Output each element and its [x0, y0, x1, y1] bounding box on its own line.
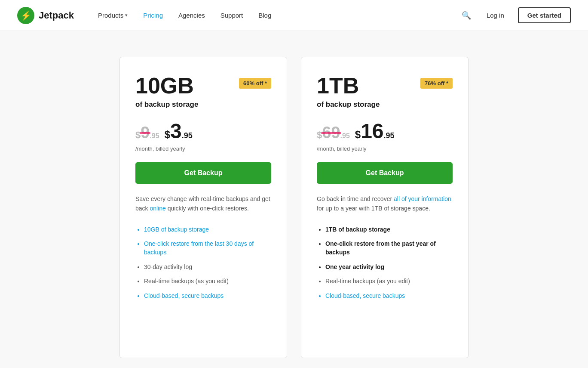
nav-support[interactable]: Support	[214, 8, 250, 22]
feature-item: One-click restore from the past year of …	[325, 240, 453, 257]
billing-note-10gb: /month, billed yearly	[135, 145, 271, 152]
feature-item: Cloud-based, secure backups	[325, 292, 453, 300]
feature-item: 1TB of backup storage	[325, 226, 453, 234]
price-row-1tb: $ 69 .95 $16.95	[317, 119, 453, 143]
chevron-down-icon: ▾	[125, 12, 128, 18]
storage-label-10gb: of backup storage	[135, 100, 271, 109]
logo-icon: ⚡	[17, 7, 34, 24]
login-link[interactable]: Log in	[481, 9, 509, 22]
feature-item: One year activity log	[325, 263, 453, 272]
nav-pricing[interactable]: Pricing	[136, 8, 170, 22]
card-description-1tb: Go back in time and recover all of your …	[317, 194, 453, 213]
discount-badge-10gb: 60% off *	[239, 78, 271, 89]
logo-name: Jetpack	[39, 10, 74, 21]
feature-item: 30-day activity log	[144, 263, 271, 272]
feature-item: Real-time backups (as you edit)	[325, 277, 453, 286]
card-header-10gb: 10GB 60% off *	[135, 74, 271, 97]
features-list-10gb: 10GB of backup storage One-click restore…	[135, 226, 271, 300]
new-price-1tb: $16.95	[355, 119, 395, 143]
storage-size-10gb: 10GB	[135, 74, 194, 97]
main-content: 10GB 60% off * of backup storage $ 9 .95…	[0, 31, 588, 368]
get-backup-button-10gb[interactable]: Get Backup	[135, 162, 271, 184]
old-price-10gb: $ 9 .95	[135, 124, 159, 142]
pricing-card-10gb: 10GB 60% off * of backup storage $ 9 .95…	[119, 57, 287, 358]
nav-links: Products ▾ Pricing Agencies Support Blog	[91, 8, 460, 22]
billing-note-1tb: /month, billed yearly	[317, 145, 453, 152]
price-row-10gb: $ 9 .95 $3.95	[135, 119, 271, 143]
nav-products[interactable]: Products ▾	[91, 8, 135, 22]
discount-badge-1tb: 76% off *	[420, 78, 453, 89]
features-list-1tb: 1TB of backup storage One-click restore …	[317, 226, 453, 300]
storage-size-1tb: 1TB	[317, 74, 359, 97]
old-price-1tb: $ 69 .95	[317, 124, 350, 142]
card-description-10gb: Save every change with real-time backups…	[135, 194, 271, 213]
logo-link[interactable]: ⚡ Jetpack	[17, 7, 74, 24]
feature-item: One-click restore from the last 30 days …	[144, 240, 271, 257]
get-backup-button-1tb[interactable]: Get Backup	[317, 162, 453, 184]
nav-blog[interactable]: Blog	[251, 8, 278, 22]
feature-item: 10GB of backup storage	[144, 226, 271, 234]
nav-agencies[interactable]: Agencies	[172, 8, 212, 22]
feature-item: Cloud-based, secure backups	[144, 292, 271, 300]
search-button[interactable]: 🔍	[460, 9, 473, 22]
new-price-10gb: $3.95	[165, 119, 193, 143]
card-header-1tb: 1TB 76% off *	[317, 74, 453, 97]
storage-label-1tb: of backup storage	[317, 100, 453, 109]
get-started-button[interactable]: Get started	[518, 7, 571, 23]
nav-right: 🔍 Log in Get started	[460, 7, 571, 23]
feature-item: Real-time backups (as you edit)	[144, 277, 271, 286]
navbar: ⚡ Jetpack Products ▾ Pricing Agencies Su…	[0, 0, 588, 31]
pricing-card-1tb: 1TB 76% off * of backup storage $ 69 .95…	[301, 57, 469, 358]
